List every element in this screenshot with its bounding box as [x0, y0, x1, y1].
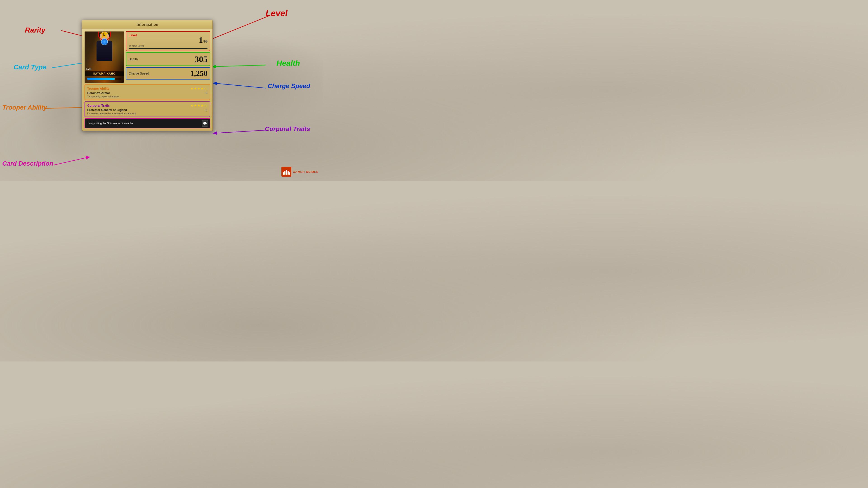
- card-description-annotation: Card Description: [2, 160, 53, 167]
- gamer-guides-logo: GAMER GUIDES: [281, 167, 318, 177]
- svg-line-7: [214, 130, 266, 133]
- card-panel: Information L Lv:1: [82, 20, 213, 131]
- gamer-guides-text: GAMER GUIDES: [293, 170, 318, 173]
- card-description-text: n supporting the Shinsengumi from the: [87, 122, 200, 125]
- card-bar-container: [87, 78, 121, 80]
- trooper-ability-stars: ★★★★☆: [191, 87, 208, 90]
- gg-bar-1: [283, 172, 284, 175]
- card-type-icon: [101, 38, 108, 45]
- stats-section: Level 1/99 To Next Level: Health 305 Cha…: [126, 31, 210, 83]
- health-value: 305: [195, 54, 208, 64]
- trooper-ability-plus: +5: [204, 91, 208, 95]
- svg-line-6: [214, 83, 266, 88]
- svg-line-5: [213, 65, 266, 67]
- charge-speed-box: Charge Speed 1,250: [126, 67, 210, 79]
- card-lv-badge: Lv:1: [86, 68, 92, 70]
- trooper-ability-description: Temporarily repels all attacks.: [87, 95, 208, 98]
- corporal-traits-annotation: Corporal Traits: [265, 125, 310, 133]
- charge-speed-annotation: Charge Speed: [268, 83, 310, 90]
- trooper-ability-header: Trooper Ability ★★★★☆: [87, 87, 208, 90]
- corporal-traits-section: Corporal Traits ★★★★☆ Protector General …: [85, 101, 210, 117]
- health-box: Health 305: [126, 53, 210, 66]
- card-description-section: n supporting the Shinsengumi from the 💬: [85, 119, 210, 128]
- gg-bar-2: [284, 171, 285, 175]
- corporal-traits-row: Protector General of Legend +1: [87, 108, 208, 111]
- corporal-traits-title: Corporal Traits: [87, 104, 110, 107]
- rarity-annotation: Rarity: [25, 26, 45, 34]
- corporal-traits-name: Protector General of Legend: [87, 108, 127, 111]
- level-value: 1/99: [129, 36, 208, 44]
- panel-body: L Lv:1 SAYAMA KAHO: [82, 29, 213, 131]
- gg-bar-5: [289, 172, 290, 175]
- card-bar-fill: [87, 78, 115, 80]
- rarity-letter: L: [103, 33, 105, 37]
- card-name-badge: SAYAMA KAHO: [85, 71, 124, 76]
- svg-line-2: [45, 107, 86, 108]
- panel-title: Information: [82, 20, 213, 29]
- health-label: Health: [129, 57, 138, 61]
- gg-bar-4: [287, 171, 289, 175]
- trooper-ability-row: Heroine's Armor +5: [87, 91, 208, 95]
- card-thumbnail: L Lv:1 SAYAMA KAHO: [85, 31, 124, 83]
- svg-line-3: [54, 157, 89, 165]
- card-type-annotation: Card Type: [13, 63, 46, 71]
- charge-speed-label: Charge Speed: [129, 72, 149, 75]
- trooper-ability-name: Heroine's Armor: [87, 91, 110, 95]
- level-current: 1: [199, 35, 203, 44]
- corporal-traits-header: Corporal Traits ★★★★☆: [87, 104, 208, 107]
- card-description-icon: 💬: [202, 120, 208, 127]
- trooper-ability-title: Trooper Ability: [87, 87, 110, 90]
- level-next-label: To Next Level:: [129, 44, 208, 47]
- gamer-guides-icon: [281, 167, 291, 177]
- health-annotation: Health: [276, 59, 300, 68]
- gg-bars: [283, 169, 290, 175]
- gg-bar-3: [286, 170, 287, 175]
- trooper-ability-annotation: Trooper Ability: [2, 104, 47, 111]
- level-fraction: /99: [203, 39, 208, 43]
- level-box: Level 1/99 To Next Level:: [126, 31, 210, 51]
- trooper-ability-section: Trooper Ability ★★★★☆ Heroine's Armor +5…: [85, 85, 210, 100]
- level-progress-bar: [129, 48, 208, 49]
- top-section: L Lv:1 SAYAMA KAHO: [85, 31, 210, 83]
- corporal-traits-stars: ★★★★☆: [191, 104, 208, 107]
- charge-speed-value: 1,250: [190, 69, 208, 78]
- level-annotation: Level: [266, 8, 287, 18]
- corporal-traits-plus: +1: [204, 108, 208, 111]
- corporal-traits-description: Increases defense by a tremendous amount…: [87, 112, 208, 115]
